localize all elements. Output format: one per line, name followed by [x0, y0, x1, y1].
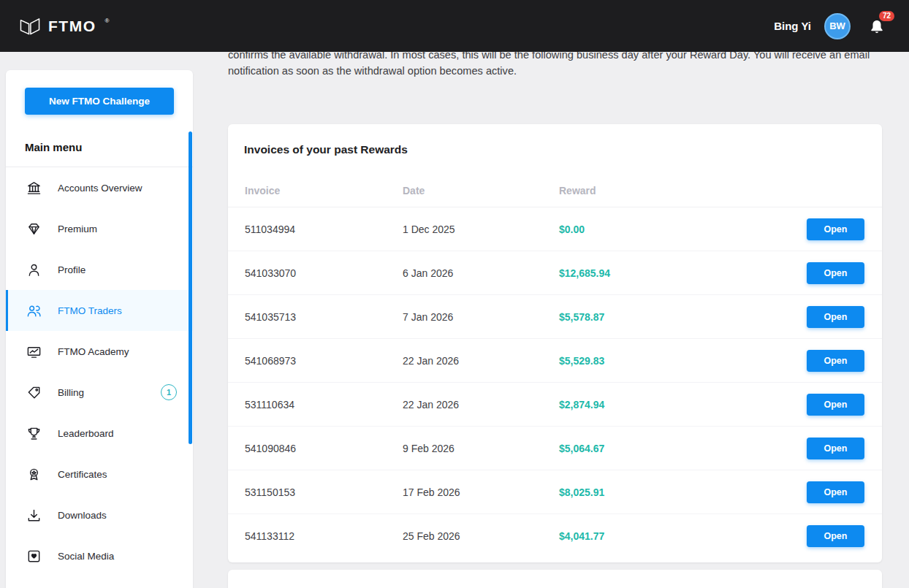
sidebar-item-ftmo-traders[interactable]: FTMO Traders — [6, 290, 193, 331]
sidebar-item-label: Premium — [58, 224, 97, 234]
sidebar-item-downloads[interactable]: Downloads — [6, 495, 193, 535]
bank-icon — [26, 180, 42, 196]
invoice-number: 541133112 — [245, 530, 403, 542]
sidebar-item-certificates[interactable]: Certificates — [6, 454, 193, 495]
invoice-number: 531150153 — [245, 486, 403, 498]
column-header-invoice: Invoice — [245, 185, 403, 196]
sidebar-item-label: Leaderboard — [58, 428, 114, 439]
invoice-reward-amount: $5,064.67 — [559, 443, 806, 454]
invoice-reward-amount: $2,874.94 — [559, 399, 806, 411]
sidebar-item-label: FTMO Academy — [58, 346, 129, 357]
open-invoice-button[interactable]: Open — [807, 218, 864, 240]
invoice-number: 541035713 — [245, 311, 403, 323]
main-content: confirms the available withdrawal. In mo… — [228, 52, 882, 588]
sidebar-item-label: Billing — [58, 387, 84, 398]
open-invoice-button[interactable]: Open — [807, 525, 864, 547]
invoice-row: 511034994 1 Dec 2025 $0.00 Open — [228, 207, 882, 251]
invoice-actions: Open — [806, 525, 864, 547]
invoice-date: 25 Feb 2026 — [403, 530, 559, 542]
sidebar-item-leaderboard[interactable]: Leaderboard — [6, 413, 193, 454]
invoice-reward-amount: $4,041.77 — [559, 530, 806, 542]
sidebar-item-label: Certificates — [58, 469, 107, 480]
invoice-reward-amount: $8,025.91 — [559, 486, 806, 498]
column-header-reward: Reward — [559, 185, 806, 196]
brand-registered-mark: ® — [104, 18, 109, 24]
sidebar: New FTMO Challenge Main menu Accounts Ov… — [6, 70, 193, 588]
sidebar-item-profile[interactable]: Profile — [6, 249, 193, 290]
invoice-actions: Open — [806, 394, 864, 416]
open-invoice-button[interactable]: Open — [807, 481, 864, 503]
invoice-date: 6 Jan 2026 — [403, 267, 559, 279]
notifications-button[interactable]: 72 — [868, 15, 890, 37]
invoices-table-header: Invoice Date Reward — [228, 174, 882, 207]
diamond-icon — [26, 221, 42, 237]
notification-count-badge: 72 — [879, 11, 894, 21]
person-icon — [26, 262, 42, 278]
sidebar-item-label: FTMO Traders — [58, 305, 122, 316]
invoice-number: 541033070 — [245, 267, 403, 279]
invoice-date: 17 Feb 2026 — [403, 486, 559, 498]
invoice-row: 541090846 9 Feb 2026 $5,064.67 Open — [228, 427, 882, 470]
sidebar-item-label: Downloads — [58, 510, 107, 521]
open-invoice-button[interactable]: Open — [807, 394, 864, 416]
sidebar-scrollbar-thumb[interactable] — [189, 131, 192, 444]
ftmo-logo-icon — [19, 17, 41, 36]
invoice-number: 511034994 — [245, 224, 403, 235]
open-invoice-button[interactable]: Open — [807, 350, 864, 372]
invoice-row: 531150153 17 Feb 2026 $8,025.91 Open — [228, 470, 882, 514]
invoice-row: 541033070 6 Jan 2026 $12,685.94 Open — [228, 251, 882, 295]
brand-name: FTMO — [48, 18, 96, 35]
sidebar-item-label: Profile — [58, 264, 85, 275]
invoice-reward-amount: $5,578.87 — [559, 311, 806, 323]
academy-icon — [26, 344, 42, 359]
sidebar-item-label: Accounts Overview — [58, 183, 142, 194]
invoice-reward-amount: $12,685.94 — [559, 267, 806, 279]
next-card-partial — [228, 570, 882, 588]
billing-icon — [26, 385, 42, 400]
sidebar-item-billing[interactable]: Billing 1 — [6, 372, 193, 413]
trophy-icon — [26, 426, 42, 441]
invoice-actions: Open — [806, 306, 864, 328]
invoice-reward-amount: $5,529.83 — [559, 355, 806, 367]
sidebar-item-ftmo-academy[interactable]: FTMO Academy — [6, 331, 193, 372]
invoice-number: 541068973 — [245, 355, 403, 367]
invoice-date: 9 Feb 2026 — [403, 443, 559, 454]
invoice-actions: Open — [806, 218, 864, 240]
invoice-actions: Open — [806, 262, 864, 284]
invoice-actions: Open — [806, 438, 864, 459]
people-icon — [26, 303, 42, 318]
new-ftmo-challenge-button[interactable]: New FTMO Challenge — [25, 88, 174, 115]
social-icon — [26, 549, 42, 564]
sidebar-item-social-media[interactable]: Social Media — [6, 535, 193, 576]
sidebar-menu-title: Main menu — [25, 141, 193, 153]
sidebar-item-accounts-overview[interactable]: Accounts Overview — [6, 167, 193, 208]
open-invoice-button[interactable]: Open — [807, 438, 864, 459]
avatar[interactable]: BW — [824, 13, 851, 39]
invoice-actions: Open — [806, 481, 864, 503]
download-icon — [26, 508, 42, 523]
invoice-number: 541090846 — [245, 443, 403, 454]
invoice-row: 541068973 22 Jan 2026 $5,529.83 Open — [228, 339, 882, 383]
invoices-table-body: 511034994 1 Dec 2025 $0.00 Open 54103307… — [228, 207, 882, 558]
invoice-date: 22 Jan 2026 — [403, 355, 559, 367]
invoice-row: 531110634 22 Jan 2026 $2,874.94 Open — [228, 383, 882, 427]
sidebar-item-premium[interactable]: Premium — [6, 208, 193, 249]
invoices-card-title: Invoices of your past Rewards — [228, 124, 882, 174]
sidebar-item-label: Social Media — [58, 551, 114, 562]
user-name[interactable]: Bing Yi — [774, 20, 811, 32]
invoice-date: 22 Jan 2026 — [403, 399, 559, 411]
invoice-date: 7 Jan 2026 — [403, 311, 559, 323]
top-navbar: FTMO® Bing Yi BW 72 — [0, 0, 909, 52]
invoice-reward-amount: $0.00 — [559, 224, 806, 235]
invoices-card: Invoices of your past Rewards Invoice Da… — [228, 124, 882, 562]
invoice-number: 531110634 — [245, 399, 403, 411]
ftmo-logo[interactable]: FTMO® — [19, 17, 107, 36]
open-invoice-button[interactable]: Open — [807, 262, 864, 284]
column-header-date: Date — [403, 185, 559, 196]
certificate-icon — [26, 467, 42, 482]
invoice-actions: Open — [806, 350, 864, 372]
open-invoice-button[interactable]: Open — [807, 306, 864, 328]
invoice-row: 541133112 25 Feb 2026 $4,041.77 Open — [228, 514, 882, 558]
invoice-row: 541035713 7 Jan 2026 $5,578.87 Open — [228, 295, 882, 339]
billing-count-badge: 1 — [161, 384, 177, 400]
